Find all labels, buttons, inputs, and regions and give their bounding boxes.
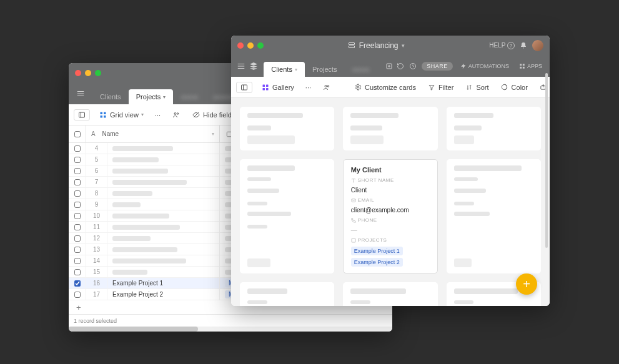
database-icon (348, 42, 355, 49)
row-checkbox[interactable] (74, 145, 81, 152)
phone-label: PHONE (351, 217, 430, 223)
add-record-fab[interactable]: + (516, 273, 537, 295)
close-icon[interactable] (237, 42, 244, 49)
email-value: client@example.com (351, 207, 430, 214)
row-checkbox[interactable] (74, 280, 81, 287)
row-checkbox[interactable] (74, 213, 81, 219)
row-checkbox[interactable] (74, 202, 81, 208)
row-checkbox[interactable] (74, 190, 81, 197)
customize-cards-button[interactable]: Customize cards (351, 81, 418, 94)
row-checkbox[interactable] (74, 224, 81, 230)
svg-rect-5 (79, 112, 85, 117)
collaborators-button[interactable] (320, 81, 334, 94)
gallery-card[interactable] (240, 282, 334, 306)
maximize-icon[interactable] (257, 42, 264, 49)
traffic-lights (237, 42, 264, 49)
add-table-button[interactable] (384, 59, 394, 73)
color-button[interactable]: Color (498, 81, 530, 94)
svg-point-38 (357, 86, 359, 88)
view-menu-button[interactable]: ··· (303, 81, 314, 94)
gallery-card[interactable] (343, 282, 437, 306)
grid-view-button[interactable]: Grid view ▾ (96, 108, 146, 122)
row-checkbox[interactable] (74, 179, 81, 185)
eye-off-icon (192, 111, 201, 119)
featured-client-card[interactable]: My Client SHORT NAME Client EMAIL client… (343, 159, 438, 273)
row-checkbox[interactable] (74, 157, 81, 163)
history-icon[interactable] (397, 62, 404, 70)
tab-projects[interactable]: Projects (305, 62, 345, 77)
svg-rect-30 (242, 85, 247, 90)
maximize-icon[interactable] (95, 70, 101, 76)
clients-window: Freelancing▾ HELP ? Clients▾ Projects xx… (231, 36, 550, 306)
tab-clients[interactable]: Clients▾ (264, 62, 305, 77)
gallery-card[interactable]: xxxxxx xxx (343, 107, 437, 150)
svg-rect-34 (263, 88, 265, 91)
avatar[interactable] (532, 40, 543, 51)
row-checkbox[interactable] (74, 258, 81, 264)
phone-value: — (351, 227, 430, 234)
sidebar-toggle[interactable] (236, 82, 252, 93)
svg-rect-29 (523, 67, 525, 69)
project-chip[interactable]: Example Project 1 (351, 247, 403, 255)
row-checkbox[interactable] (74, 269, 81, 275)
column-name[interactable]: A Name ▾ (86, 125, 220, 142)
row-checkbox[interactable] (74, 235, 81, 242)
view-menu-button[interactable]: ··· (152, 109, 163, 121)
filter-icon (427, 83, 436, 92)
svg-point-12 (177, 112, 179, 114)
gallery-area: xxxxxxxxxx xxxx xxxxxx xxx xxxxx (231, 98, 550, 306)
gallery-card[interactable]: xxxxx (447, 107, 541, 150)
menu-icon[interactable] (74, 87, 87, 101)
sidebar-toggle[interactable] (74, 109, 90, 121)
svg-rect-26 (520, 64, 522, 66)
tab-clients[interactable]: Clients (92, 89, 129, 104)
row-checkbox[interactable] (74, 292, 81, 298)
row-checkbox[interactable] (74, 168, 81, 174)
workspace-icon[interactable] (249, 59, 259, 73)
project-chips: Example Project 1 Example Project 2 (351, 247, 430, 267)
sort-button[interactable]: Sort (462, 81, 491, 94)
vertical-scrollbar[interactable] (545, 73, 548, 248)
svg-rect-27 (523, 64, 525, 66)
horizontal-scrollbar[interactable] (69, 327, 392, 332)
clock-icon[interactable] (409, 62, 417, 70)
window-title: Freelancing▾ (270, 41, 483, 50)
traffic-lights (75, 70, 101, 76)
gallery-card[interactable]: xxxx (447, 159, 541, 273)
tab-hidden[interactable]: xxxxx (345, 62, 377, 77)
gallery-icon (261, 83, 270, 92)
svg-marker-39 (429, 85, 434, 90)
close-icon[interactable] (75, 70, 81, 76)
minimize-icon[interactable] (85, 70, 91, 76)
grid-icon (99, 111, 107, 119)
tab-hidden-1[interactable]: xxxxx (173, 89, 206, 104)
gallery-view-button[interactable]: Gallery (259, 81, 297, 94)
share-button[interactable]: SHARE (422, 62, 453, 71)
apps-button[interactable]: APPS (517, 61, 545, 72)
help-button[interactable]: HELP ? (489, 42, 515, 50)
select-all-checkbox[interactable] (69, 125, 86, 142)
project-chip[interactable]: Example Project 2 (351, 258, 403, 267)
view-toolbar: Gallery ··· Customize cards Filter Sort (231, 77, 550, 98)
svg-rect-10 (104, 116, 106, 118)
filter-button[interactable]: Filter (425, 81, 456, 94)
row-checkbox[interactable] (74, 247, 81, 253)
tab-projects[interactable]: Projects▾ (129, 89, 174, 104)
hide-fields-button[interactable]: Hide fields (189, 108, 237, 122)
minimize-icon[interactable] (247, 42, 254, 49)
sort-icon (465, 83, 473, 92)
card-title: My Client (351, 166, 430, 174)
color-icon (500, 83, 509, 92)
status-bar: 1 record selected (69, 314, 392, 327)
automations-button[interactable]: AUTOMATIONS (458, 61, 512, 72)
collaborators-button[interactable] (169, 109, 183, 121)
gallery-card[interactable]: xxxxxx (240, 159, 334, 273)
svg-rect-18 (349, 46, 354, 48)
bell-icon[interactable] (520, 42, 527, 49)
projects-label: PROJECTS (351, 237, 430, 243)
svg-rect-45 (352, 239, 355, 242)
menu-icon[interactable] (236, 59, 246, 73)
titlebar: Freelancing▾ HELP ? (231, 36, 550, 56)
email-label: EMAIL (351, 197, 430, 203)
gallery-card[interactable]: xxxxxxxxxx xxxx (240, 107, 334, 150)
